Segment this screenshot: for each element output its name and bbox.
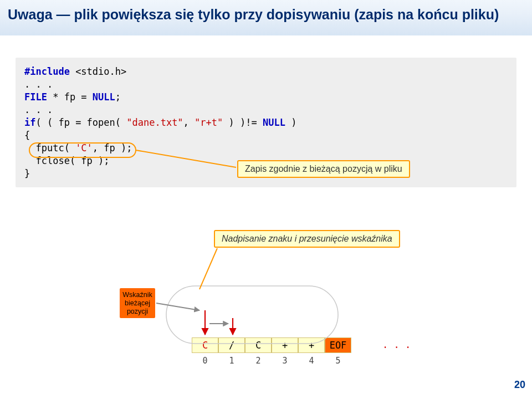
code-str: 'C'	[75, 142, 93, 153]
code-text: fputc(	[24, 142, 75, 153]
code-text: ) )!=	[223, 117, 263, 128]
tape-cell: C	[192, 337, 218, 353]
pointer-enclosure	[166, 286, 338, 344]
code-text: {	[24, 129, 508, 142]
code-kw: if	[24, 117, 35, 128]
arrow-pointer-to-cell	[156, 303, 200, 310]
connector-callout2-enclosure	[200, 248, 217, 289]
code-text: ( ( fp = fopen(	[35, 117, 126, 128]
code-text: , fp );	[93, 142, 132, 153]
callout-write-position: Zapis zgodnie z bieżącą pozycją w pliku	[237, 160, 410, 178]
code-text: )	[285, 117, 296, 128]
code-text: <stdio.h>	[70, 66, 126, 77]
pointer-label-line: Wskaźnik	[120, 291, 155, 299]
code-kw: NULL	[93, 91, 115, 103]
pointer-box: Wskaźnik bieżącej pozycji	[120, 288, 155, 318]
tape-cell: /	[218, 337, 245, 353]
page-title: Uwaga — plik powiększa się tylko przy do…	[8, 7, 499, 23]
code-str: "r+t"	[195, 117, 223, 128]
code-str: "dane.txt"	[126, 117, 183, 128]
code-text: ,	[183, 117, 195, 128]
code-kw: FILE	[24, 91, 47, 103]
tape-index: 2	[245, 356, 272, 366]
tape-index: 3	[272, 356, 298, 366]
tape-cell: +	[272, 337, 298, 353]
tape-cell-eof: EOF	[325, 337, 351, 353]
callout-overwrite: Nadpisanie znaku i przesunięcie wskaźnik…	[214, 230, 400, 248]
tape-index: 1	[218, 356, 245, 366]
page-number: 20	[514, 379, 525, 391]
tape-cell: +	[298, 337, 325, 353]
tape-index: 5	[325, 356, 351, 366]
file-tape: C / C + + EOF	[192, 337, 351, 353]
code-kw: NULL	[263, 117, 285, 128]
code-text: . . .	[24, 104, 508, 116]
code-text: * fp =	[47, 91, 93, 103]
tape-cell: C	[245, 337, 272, 353]
code-text: ;	[115, 91, 121, 103]
code-kw: #include	[24, 66, 70, 77]
tape-indices: 0 1 2 3 4 5	[192, 356, 351, 366]
title-banner: Uwaga — plik powiększa się tylko przy do…	[0, 0, 532, 35]
tape-dots: . . .	[382, 339, 411, 350]
pointer-label-line: pozycji	[120, 308, 155, 316]
tape-index: 0	[192, 356, 218, 366]
tape-index: 4	[298, 356, 325, 366]
pointer-label-line: bieżącej	[120, 299, 155, 308]
code-text: . . .	[24, 78, 508, 91]
